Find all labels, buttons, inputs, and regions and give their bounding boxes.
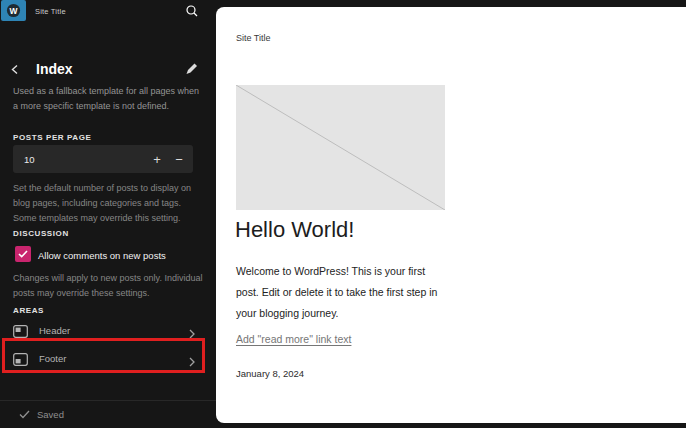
search-icon[interactable]	[185, 4, 199, 18]
chevron-right-icon	[189, 325, 195, 335]
save-status-label: Saved	[37, 409, 64, 420]
wordpress-logo-button[interactable]: W	[1, 0, 26, 21]
featured-image-placeholder	[236, 85, 445, 210]
footer-area-icon	[13, 352, 28, 365]
wordpress-logo-icon: W	[6, 3, 21, 18]
increment-button[interactable]: +	[147, 145, 167, 173]
area-item-footer[interactable]: Footer	[13, 347, 197, 369]
template-description: Used as a fallback template for all page…	[13, 84, 205, 114]
posts-per-page-help: Set the default number of posts to displ…	[13, 181, 205, 226]
post-date: January 8, 2024	[236, 368, 304, 379]
post-title: Hello World!	[235, 217, 354, 243]
discussion-help: Changes will apply to new posts only. In…	[13, 271, 205, 301]
area-item-header[interactable]: Header	[13, 319, 197, 341]
check-icon	[19, 410, 30, 419]
editor-canvas-preview[interactable]: Site Title Hello World! Welcome to WordP…	[216, 7, 686, 423]
read-more-link-placeholder[interactable]: Add "read more" link text	[236, 333, 351, 345]
canvas-site-title: Site Title	[236, 33, 271, 43]
save-status-button[interactable]: Saved	[19, 407, 64, 421]
chevron-right-icon	[189, 353, 195, 363]
header-area-icon	[13, 324, 28, 337]
posts-per-page-input[interactable]: 10	[24, 154, 35, 165]
post-excerpt: Welcome to WordPress! This is your first…	[236, 261, 441, 324]
posts-per-page-label: POSTS PER PAGE	[13, 133, 92, 142]
back-chevron-icon[interactable]	[9, 62, 21, 75]
area-item-label: Header	[39, 325, 189, 336]
areas-label: AREAS	[13, 306, 44, 315]
allow-comments-label[interactable]: Allow comments on new posts	[38, 250, 166, 261]
topbar-site-title: Site Title	[35, 7, 66, 16]
edit-pencil-icon[interactable]	[185, 61, 198, 74]
posts-per-page-stepper: 10 + −	[13, 145, 193, 173]
area-item-label: Footer	[39, 353, 189, 364]
sidebar-footer-divider	[0, 400, 216, 401]
allow-comments-checkbox[interactable]	[15, 246, 31, 262]
site-editor-sidebar: W Site Title Index Used as a fallback te…	[0, 0, 216, 428]
discussion-label: DISCUSSION	[13, 229, 69, 238]
checkmark-icon	[18, 250, 28, 258]
svg-text:W: W	[10, 6, 18, 16]
decrement-button[interactable]: −	[169, 145, 189, 173]
placeholder-diagonal-line	[236, 85, 445, 210]
template-title: Index	[36, 61, 73, 77]
